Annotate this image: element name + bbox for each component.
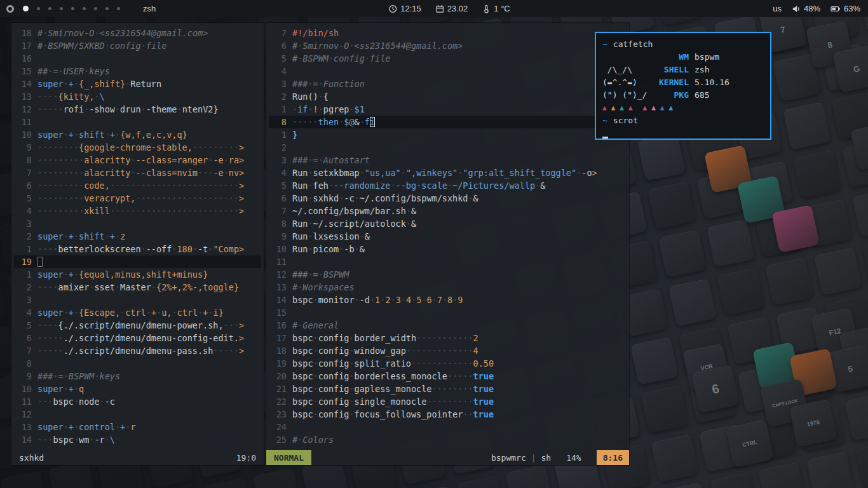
workspace-dot-active[interactable]: [23, 6, 29, 11]
left-editor-lines[interactable]: 18#·Smirnov-O·<ss2316544@gmail.com>17#·B…: [11, 23, 264, 450]
volume-icon: [792, 4, 801, 13]
editor-line: 2····amixer·sset·Master·{2%+,2%-,toggle}: [14, 281, 261, 294]
workspace-dot[interactable]: [94, 7, 97, 10]
editor-line: 10super·+·q: [14, 383, 261, 395]
statusline-file-group: bspwmrc | sh: [491, 453, 551, 463]
clock-icon: [388, 4, 397, 13]
right-editor-lines[interactable]: 7#!/bin/sh6#·Smirnov-O·<ss2316544@gmail.…: [266, 23, 629, 450]
editor-line: 13#·Workspaces: [269, 281, 627, 294]
fetch-row: WMbspwm: [602, 51, 764, 64]
statusline-percent: 14%: [566, 453, 581, 463]
statusline-filetype: sh: [541, 453, 552, 463]
editor-line: 3: [14, 217, 261, 230]
left-statusline: sxhkd 19:0: [11, 450, 264, 465]
editor-line: 1····betterlockscreen·--off·180·-t·"Comp…: [14, 243, 261, 255]
editor-line: 21bspc·config·gapless_monocle········tru…: [269, 383, 627, 395]
editor-line: 11···bspc·node·-c: [14, 395, 261, 408]
statusline-position: 8:16: [597, 450, 629, 465]
editor-line: 9###·=·BSPWM·keys: [14, 370, 261, 383]
fetch-value: bspwm: [695, 51, 719, 64]
editor-line: 7·········alacritty·--class=nvim···-e·nv…: [14, 166, 261, 179]
battery-text: 63%: [844, 4, 860, 13]
editor-line: 12: [14, 408, 261, 421]
workspace-dot[interactable]: [60, 7, 63, 10]
editor-line: 6·········code,·························…: [14, 179, 261, 192]
editor-line: 10super·+·shift·+·{w,f,e,c,v,q}: [14, 128, 261, 141]
workspace-dot[interactable]: [105, 7, 109, 10]
editor-line: 12·····rofi·-show·drun·-theme·ntenV2}: [14, 103, 261, 116]
terminal-command-line: ~catfetch: [602, 38, 764, 51]
workspace-dot[interactable]: [83, 7, 86, 10]
editor-line: 18bspc·config·window_gap·············4: [269, 344, 627, 357]
keyboard-layout-indicator[interactable]: us: [773, 4, 782, 13]
editor-line: 1}: [269, 128, 627, 141]
ascii-art: /\_/\: [602, 64, 653, 76]
ascii-art: [602, 51, 653, 64]
clock-module: 12:15: [388, 4, 421, 13]
editor-line: 5#·BSPWM·config·file: [269, 52, 627, 65]
fetch-row: (") (")_/PKG685: [602, 89, 764, 102]
editor-line: 19: [14, 255, 261, 268]
mode-indicator: NORMAL: [266, 450, 311, 465]
editor-line: 7#!/bin/sh: [269, 27, 627, 39]
workspace-dot[interactable]: [117, 7, 120, 10]
terminal-cursor-line: [602, 127, 764, 140]
volume-module[interactable]: 48%: [792, 4, 820, 13]
editor-line: 4: [269, 65, 627, 78]
editor-line: 5Run·feh·--randomize·--bg-scale·~/Pictur…: [269, 179, 627, 192]
launcher-icon[interactable]: [6, 5, 14, 13]
editor-line: 10Run·picom·-b·&: [269, 243, 627, 255]
workspace-dot[interactable]: [71, 7, 74, 10]
date-text: 23.02: [447, 4, 468, 13]
editor-line: 3###·=·Autostart: [269, 154, 627, 166]
temperature-module: 1 °C: [482, 4, 510, 13]
statusline-file: bspwmrc: [491, 453, 526, 463]
battery-icon: [831, 4, 841, 13]
workspace-dot[interactable]: [37, 7, 40, 10]
editor-line: 14super·+·{_,shift}·Return: [14, 78, 261, 90]
editor-line: 16#·General: [269, 319, 627, 332]
editor-line: 11: [269, 255, 627, 268]
editor-line: 4·········xkill·························…: [14, 205, 261, 217]
fetch-value: 685: [695, 89, 709, 102]
editor-line: 2Run()·{: [269, 90, 627, 103]
fetch-label: PKG: [653, 89, 689, 102]
editor-line: 19bspc·config·split_ratio············0.5…: [269, 357, 627, 370]
terminal-command-line-2: ~scrot: [602, 114, 764, 127]
editor-line: 14···bspc·wm·-r·\: [14, 433, 261, 446]
terminal-cursor: [602, 137, 608, 139]
fetch-row: /\_/\SHELLzsh: [602, 64, 764, 76]
calendar-icon: [435, 4, 444, 13]
time-text: 12:15: [400, 4, 421, 13]
fetch-value: 5.10.16: [695, 76, 729, 89]
statusline-right-group: bspwmrc | sh 14% 8:16: [491, 450, 629, 465]
workspace-dots: [23, 6, 120, 11]
prompt-symbol: ~: [602, 114, 607, 127]
editor-line: 9Run·lxsession·&: [269, 230, 627, 243]
editor-line: 2super·+·shift·+·z: [14, 230, 261, 243]
editor-line: 4super·+·{Escape,·ctrl·+·u,·ctrl·+·i}: [14, 306, 261, 319]
topbar-left: zsh: [0, 4, 156, 13]
palette-triangle: ▲: [668, 102, 673, 114]
fetch-row: (=^.^=)KERNEL5.10.16: [602, 76, 764, 89]
temperature-text: 1 °C: [494, 4, 510, 13]
volume-text: 48%: [804, 4, 820, 13]
fetch-rows: WMbspwm /\_/\SHELLzsh(=^.^=)KERNEL5.10.1…: [602, 51, 764, 102]
statusline-position: 19:0: [236, 453, 264, 463]
floating-terminal[interactable]: ~catfetch WMbspwm /\_/\SHELLzsh(=^.^=)KE…: [595, 32, 771, 140]
editor-line: 6#·Smirnov-O·<ss2316544@gmail.com>: [269, 39, 627, 52]
battery-module: 63%: [831, 4, 860, 13]
editor-line: 8: [14, 357, 261, 370]
editor-line: 8·········alacritty·--class=ranger·-e·ra…: [14, 154, 261, 166]
editor-line: 1·if·!·pgrep·$1: [269, 103, 627, 116]
fetch-value: zsh: [695, 64, 709, 76]
palette-triangle: ▲: [611, 102, 616, 114]
fetch-label: WM: [653, 51, 689, 64]
topbar-right: us 48% 63%: [773, 0, 860, 17]
statusline-separator: |: [531, 453, 536, 463]
palette-triangle: ▲: [660, 102, 665, 114]
terminal-command: catfetch: [613, 38, 653, 51]
editor-line: 25#·Colors: [269, 433, 627, 446]
workspace-dot[interactable]: [48, 7, 51, 10]
ascii-art: (=^.^=): [602, 76, 653, 89]
